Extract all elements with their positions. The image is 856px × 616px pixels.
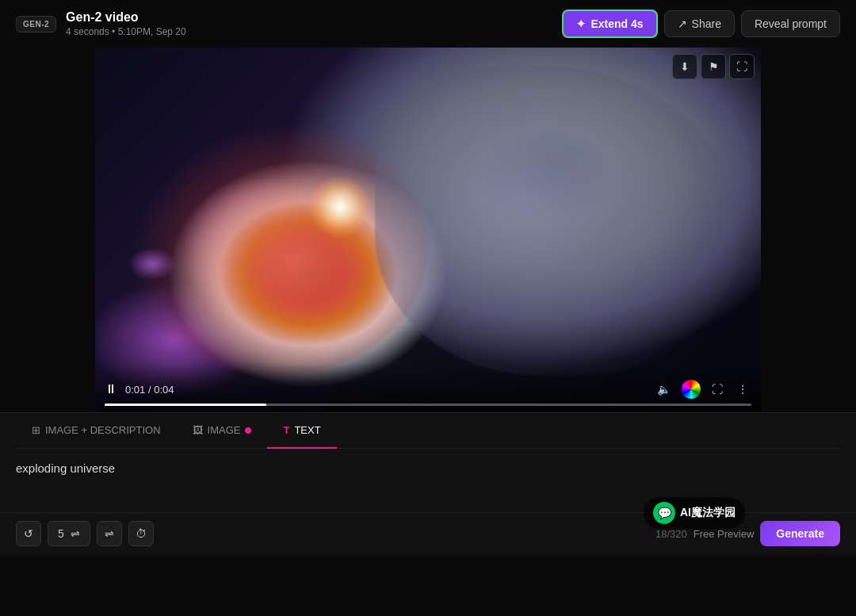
history-icon: ⏱: [136, 527, 147, 540]
progress-fill: [105, 404, 266, 406]
progress-bar[interactable]: [105, 404, 751, 406]
generate-button[interactable]: Generate: [760, 521, 840, 546]
watermark: 💬 AI魔法学园: [644, 497, 745, 529]
fullscreen-btn[interactable]: ⛶: [709, 381, 726, 397]
char-count: 18/320: [655, 528, 687, 540]
share-button[interactable]: ↗ Share: [664, 10, 735, 37]
image-icon: 🖼: [193, 424, 203, 436]
reveal-prompt-button[interactable]: Reveal prompt: [741, 10, 840, 37]
share-icon: ↗: [678, 17, 687, 30]
seed-display: 5 ⇌: [48, 521, 90, 546]
gen2-badge: GEN-2: [16, 16, 56, 33]
tab-image[interactable]: 🖼 IMAGE: [177, 413, 268, 449]
tabs-section: ⊞ IMAGE + DESCRIPTION 🖼 IMAGE T TEXT: [0, 412, 856, 449]
free-preview-label: Free Preview: [694, 528, 755, 540]
explosion-glow: [308, 175, 372, 239]
tab-text[interactable]: T TEXT: [267, 413, 336, 449]
tab-image-description[interactable]: ⊞ IMAGE + DESCRIPTION: [16, 413, 177, 449]
text-icon: T: [283, 424, 289, 436]
wand-icon: ✦: [576, 17, 586, 30]
header-meta: 4 seconds • 5:10PM, Sep 20: [66, 26, 552, 37]
adjust-icon: ⇌: [105, 527, 114, 540]
volume-button[interactable]: 🔈: [654, 381, 674, 397]
expand-icon: ⛶: [736, 60, 747, 73]
fullscreen-button[interactable]: ⛶: [729, 54, 755, 79]
header: GEN-2 Gen-2 video 4 seconds • 5:10PM, Se…: [0, 0, 856, 48]
adjust-button[interactable]: ⇌: [97, 521, 122, 546]
prompt-text[interactable]: exploding universe: [16, 461, 840, 475]
header-title: Gen-2 video: [66, 10, 552, 25]
flag-button[interactable]: ⚑: [701, 54, 726, 79]
seed-arrows-icon: ⇌: [71, 527, 80, 540]
undo-button[interactable]: ↺: [16, 521, 41, 546]
download-icon: ⬇: [680, 60, 690, 73]
tabs-row: ⊞ IMAGE + DESCRIPTION 🖼 IMAGE T TEXT: [16, 413, 840, 449]
header-info: Gen-2 video 4 seconds • 5:10PM, Sep 20: [66, 10, 552, 37]
video-overlay-controls: ⬇ ⚑ ⛶: [672, 54, 755, 79]
controls-row: ⏸ 0:01 / 0:04 🔈 ⛶ ⋮: [105, 380, 751, 399]
image-tab-dot: [245, 427, 251, 434]
video-player: ⬇ ⚑ ⛶ ⏸ 0:01 / 0:04: [95, 48, 761, 412]
video-bottom-controls: ⏸ 0:01 / 0:04 🔈 ⛶ ⋮: [95, 364, 761, 412]
time-display: 0:01 / 0:04: [125, 384, 174, 396]
more-options-button[interactable]: ⋮: [734, 381, 751, 397]
extend-button[interactable]: ✦ Extend 4s: [562, 10, 657, 38]
download-button[interactable]: ⬇: [672, 54, 697, 79]
pause-button[interactable]: ⏸: [105, 382, 117, 396]
grid-icon: ⊞: [32, 424, 40, 436]
flag-icon: ⚑: [709, 60, 719, 73]
header-actions: ✦ Extend 4s ↗ Share Reveal prompt: [562, 10, 840, 38]
undo-icon: ↺: [24, 527, 33, 540]
history-button[interactable]: ⏱: [128, 521, 154, 546]
watermark-icon: 💬: [653, 502, 675, 524]
color-wheel[interactable]: [682, 380, 701, 399]
video-frame[interactable]: ⬇ ⚑ ⛶ ⏸ 0:01 / 0:04: [95, 48, 761, 412]
explosion-sparkle: [128, 248, 176, 280]
